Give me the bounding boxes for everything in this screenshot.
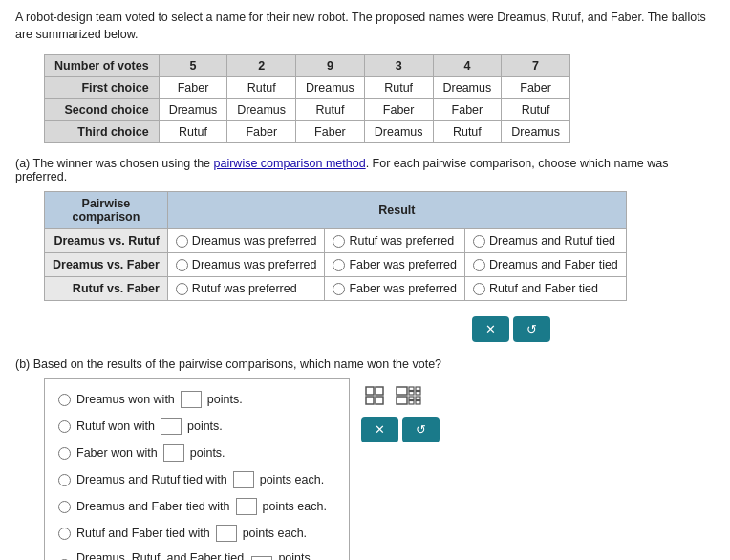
part-b-text-after-3: points each. bbox=[260, 473, 324, 486]
pairwise-option-label-0-0: Dreamus was preferred bbox=[192, 234, 317, 248]
part-b-radio-2[interactable] bbox=[58, 447, 71, 460]
part-b-input-3[interactable] bbox=[233, 471, 254, 488]
part-b-option-4[interactable]: Dreamus and Faber tied with points each. bbox=[58, 498, 335, 515]
pairwise-comparison-1: Dreamus vs. Faber bbox=[45, 253, 168, 277]
part-b-options-box: Dreamus won with points.Rutuf won with p… bbox=[44, 378, 350, 560]
pairwise-option-label-1-2: Dreamus and Faber tied bbox=[489, 258, 618, 271]
part-b-text-before-1: Rutuf won with bbox=[76, 420, 155, 433]
ballot-header-7: 7 bbox=[502, 55, 570, 77]
part-a-label: (a) The winner was chosen using the pair… bbox=[15, 157, 715, 183]
part-b-text-before-6: Dreamus, Rutuf, and Faber tied with bbox=[76, 551, 246, 560]
part-b-option-3[interactable]: Dreamus and Rutuf tied with points each. bbox=[58, 471, 335, 488]
pairwise-option-label-0-2: Dreamus and Rutuf tied bbox=[489, 234, 615, 248]
ballot-table: Number of votes529347 First choiceFaberR… bbox=[44, 54, 570, 143]
part-b-text-after-0: points. bbox=[207, 393, 243, 406]
part-b-text-after-5: points each. bbox=[243, 527, 307, 540]
ballot-cell-1-0: Dreamus bbox=[159, 99, 227, 121]
part-b-option-2[interactable]: Faber won with points. bbox=[58, 444, 335, 462]
ballot-row-label-0: First choice bbox=[45, 77, 160, 99]
svg-rect-2 bbox=[366, 397, 374, 404]
part-b-right-panel: ✕ ↺ bbox=[361, 378, 440, 560]
pairwise-radio-1-0[interactable] bbox=[176, 259, 188, 271]
part-b-btn-group: ✕ ↺ bbox=[361, 417, 440, 442]
pairwise-radio-1-1[interactable] bbox=[333, 259, 345, 271]
part-b-radio-3[interactable] bbox=[58, 474, 71, 486]
pairwise-option-1-2[interactable]: Dreamus and Faber tied bbox=[465, 253, 627, 277]
ballot-header-5: 5 bbox=[159, 55, 227, 77]
ballot-row: Third choiceRutufFaberFaberDreamusRutufD… bbox=[45, 121, 570, 143]
part-b-x-button[interactable]: ✕ bbox=[361, 417, 398, 442]
part-b-text-before-2: Faber won with bbox=[76, 446, 158, 460]
pairwise-option-1-0[interactable]: Dreamus was preferred bbox=[167, 253, 325, 277]
pairwise-radio-2-1[interactable] bbox=[333, 283, 345, 295]
ballot-cell-1-2: Rutuf bbox=[296, 99, 365, 121]
part-b-icon-row bbox=[361, 382, 440, 409]
part-b-check-button[interactable]: ↺ bbox=[402, 417, 440, 442]
pairwise-radio-0-1[interactable] bbox=[333, 235, 345, 248]
part-b-radio-1[interactable] bbox=[58, 420, 71, 433]
part-b-text-before-3: Dreamus and Rutuf tied with bbox=[76, 473, 227, 486]
pairwise-option-label-0-1: Rutuf was preferred bbox=[349, 234, 454, 248]
pairwise-radio-2-2[interactable] bbox=[473, 283, 485, 295]
pairwise-option-0-0[interactable]: Dreamus was preferred bbox=[167, 229, 325, 253]
pairwise-radio-1-2[interactable] bbox=[473, 259, 485, 271]
part-b-input-6[interactable] bbox=[251, 556, 272, 560]
ballot-cell-0-0: Faber bbox=[159, 77, 227, 99]
pairwise-comparison-2: Rutuf vs. Faber bbox=[45, 277, 168, 301]
ballot-cell-2-1: Faber bbox=[227, 121, 296, 143]
pairwise-option-label-2-0: Rutuf was preferred bbox=[192, 282, 297, 295]
pairwise-option-1-1[interactable]: Faber was preferred bbox=[325, 253, 465, 277]
part-b-input-4[interactable] bbox=[236, 498, 257, 515]
pairwise-option-2-2[interactable]: Rutuf and Faber tied bbox=[465, 277, 627, 301]
part-b-option-6[interactable]: Dreamus, Rutuf, and Faber tied with poin… bbox=[58, 551, 335, 560]
svg-rect-13 bbox=[416, 401, 420, 405]
part-b-input-1[interactable] bbox=[161, 418, 182, 435]
part-b-option-1[interactable]: Rutuf won with points. bbox=[58, 418, 335, 435]
part-b-input-0[interactable] bbox=[181, 391, 202, 408]
pairwise-option-0-2[interactable]: Dreamus and Rutuf tied bbox=[465, 229, 627, 253]
pairwise-x-button[interactable]: ✕ bbox=[472, 316, 509, 342]
part-b-option-5[interactable]: Rutuf and Faber tied with points each. bbox=[58, 525, 335, 542]
svg-rect-1 bbox=[376, 387, 383, 395]
pairwise-check-button[interactable]: ↺ bbox=[513, 316, 550, 342]
part-b-radio-4[interactable] bbox=[58, 501, 71, 513]
svg-rect-8 bbox=[416, 392, 420, 396]
part-b-text-before-5: Rutuf and Faber tied with bbox=[76, 527, 210, 540]
svg-rect-3 bbox=[376, 397, 383, 404]
pairwise-radio-0-0[interactable] bbox=[176, 235, 188, 248]
pairwise-link[interactable]: pairwise comparison method bbox=[214, 157, 366, 170]
part-b-container: Dreamus won with points.Rutuf won with p… bbox=[44, 378, 715, 560]
part-b-text-before-0: Dreamus won with bbox=[76, 393, 175, 406]
ballot-row-label-1: Second choice bbox=[45, 99, 160, 121]
pairwise-row: Dreamus vs. RutufDreamus was preferredRu… bbox=[45, 229, 627, 253]
pairwise-radio-2-0[interactable] bbox=[176, 283, 188, 295]
pairwise-col2-header: Result bbox=[167, 192, 626, 229]
pairwise-btn-group: ✕ ↺ bbox=[472, 316, 550, 342]
part-b-input-2[interactable] bbox=[163, 444, 184, 462]
ballot-header-9: 9 bbox=[296, 55, 365, 77]
svg-rect-5 bbox=[409, 387, 414, 391]
svg-rect-0 bbox=[366, 387, 374, 395]
pairwise-row: Dreamus vs. FaberDreamus was preferredFa… bbox=[45, 253, 627, 277]
part-b-option-0[interactable]: Dreamus won with points. bbox=[58, 391, 335, 408]
svg-rect-10 bbox=[409, 397, 414, 400]
pairwise-option-label-2-1: Faber was preferred bbox=[349, 282, 457, 295]
svg-rect-11 bbox=[416, 397, 420, 400]
pairwise-option-0-1[interactable]: Rutuf was preferred bbox=[325, 229, 465, 253]
part-b-radio-0[interactable] bbox=[58, 394, 71, 406]
svg-rect-9 bbox=[397, 397, 407, 404]
pairwise-radio-0-2[interactable] bbox=[473, 235, 485, 248]
part-b-radio-5[interactable] bbox=[58, 528, 71, 540]
pairwise-option-2-0[interactable]: Rutuf was preferred bbox=[167, 277, 325, 301]
pairwise-option-2-1[interactable]: Faber was preferred bbox=[325, 277, 465, 301]
intro-text: A robot-design team voted to select a na… bbox=[15, 10, 715, 43]
pairwise-comparison-0: Dreamus vs. Rutuf bbox=[45, 229, 168, 253]
ballot-cell-2-5: Dreamus bbox=[502, 121, 570, 143]
pairwise-option-label-1-0: Dreamus was preferred bbox=[192, 258, 317, 271]
grid-single-icon[interactable] bbox=[361, 382, 388, 409]
ballot-cell-0-2: Dreamus bbox=[296, 77, 365, 99]
part-b-text-after-1: points. bbox=[187, 420, 223, 433]
grid-split-icon[interactable] bbox=[396, 382, 422, 409]
pairwise-btn-panel: ✕ ↺ bbox=[44, 316, 550, 342]
part-b-input-5[interactable] bbox=[216, 525, 237, 542]
